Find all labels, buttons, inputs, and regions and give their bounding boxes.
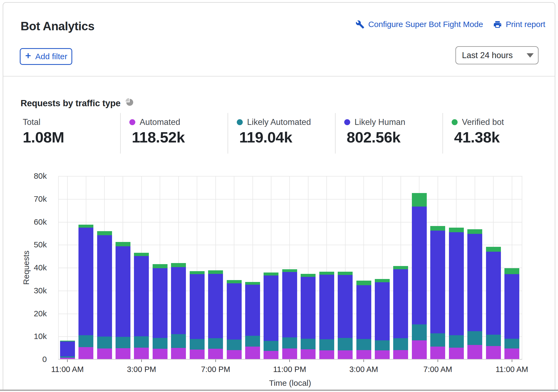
bar-segment-automated[interactable] — [134, 348, 149, 359]
bar-11-00-am[interactable] — [504, 268, 519, 359]
bar-segment-likely-automated[interactable] — [171, 334, 186, 348]
bar-segment-verified-bot[interactable] — [412, 193, 427, 207]
bar-10-00-pm[interactable] — [264, 273, 278, 359]
bar-segment-likely-human[interactable] — [116, 246, 130, 337]
bar-segment-likely-human[interactable] — [430, 231, 445, 333]
bar-7-00-am[interactable] — [430, 226, 445, 359]
bar-segment-likely-automated[interactable] — [190, 339, 205, 350]
bar-segment-likely-automated[interactable] — [153, 338, 168, 349]
bar-segment-likely-automated[interactable] — [208, 338, 223, 349]
bar-11-00-pm[interactable] — [282, 269, 297, 359]
print-report-link[interactable]: Print report — [493, 20, 545, 29]
bar-segment-automated[interactable] — [467, 345, 482, 359]
bar-segment-likely-human[interactable] — [375, 282, 390, 340]
bar-segment-likely-automated[interactable] — [97, 337, 112, 348]
bar-6-00-am[interactable] — [412, 193, 427, 359]
bar-segment-likely-human[interactable] — [171, 267, 186, 334]
bar-5-00-pm[interactable] — [171, 263, 186, 359]
bar-7-00-pm[interactable] — [208, 270, 223, 359]
bar-segment-verified-bot[interactable] — [153, 264, 168, 268]
bar-segment-automated[interactable] — [504, 348, 519, 359]
bar-segment-automated[interactable] — [486, 346, 501, 359]
bar-segment-automated[interactable] — [171, 348, 186, 359]
bar-segment-likely-human[interactable] — [190, 274, 205, 339]
bar-segment-verified-bot[interactable] — [486, 247, 501, 252]
bar-segment-automated[interactable] — [375, 350, 390, 359]
bar-3-00-am[interactable] — [356, 281, 371, 359]
bar-segment-likely-human[interactable] — [412, 207, 427, 324]
bar-segment-likely-automated[interactable] — [449, 335, 464, 348]
bar-segment-verified-bot[interactable] — [430, 226, 445, 231]
bar-segment-likely-automated[interactable] — [319, 339, 334, 351]
bar-6-00-pm[interactable] — [190, 271, 205, 359]
bar-segment-likely-human[interactable] — [282, 272, 297, 337]
bar-segment-automated[interactable] — [245, 347, 260, 359]
bar-segment-likely-human[interactable] — [60, 341, 75, 356]
bar-segment-automated[interactable] — [412, 340, 427, 359]
bar-segment-likely-automated[interactable] — [486, 335, 501, 346]
bar-segment-likely-automated[interactable] — [245, 336, 260, 347]
bar-segment-likely-human[interactable] — [393, 269, 408, 338]
bar-segment-automated[interactable] — [449, 348, 464, 359]
bar-segment-likely-automated[interactable] — [412, 324, 427, 340]
bar-segment-likely-automated[interactable] — [78, 335, 93, 347]
bar-1-00-pm[interactable] — [97, 231, 112, 359]
bar-segment-likely-human[interactable] — [78, 228, 93, 335]
bar-segment-verified-bot[interactable] — [338, 272, 353, 275]
bar-8-00-pm[interactable] — [227, 280, 242, 359]
bar-segment-automated[interactable] — [430, 347, 445, 359]
bar-segment-verified-bot[interactable] — [356, 281, 371, 285]
bar-segment-likely-human[interactable] — [338, 275, 353, 338]
bar-segment-likely-automated[interactable] — [356, 339, 371, 350]
bar-segment-verified-bot[interactable] — [504, 268, 519, 274]
bar-5-00-am[interactable] — [393, 266, 408, 359]
bar-2-00-pm[interactable] — [116, 242, 130, 359]
bar-segment-verified-bot[interactable] — [264, 273, 278, 275]
bar-segment-automated[interactable] — [319, 350, 334, 359]
bar-segment-likely-human[interactable] — [319, 275, 334, 339]
bar-segment-automated[interactable] — [116, 348, 130, 359]
bar-segment-automated[interactable] — [208, 349, 223, 359]
bar-segment-automated[interactable] — [97, 348, 112, 359]
bar-segment-automated[interactable] — [264, 351, 278, 359]
bar-segment-automated[interactable] — [60, 358, 75, 359]
bar-segment-automated[interactable] — [227, 350, 242, 359]
bar-segment-verified-bot[interactable] — [134, 253, 149, 256]
bar-segment-automated[interactable] — [356, 350, 371, 359]
bar-segment-verified-bot[interactable] — [245, 282, 260, 285]
bar-3-00-pm[interactable] — [134, 253, 149, 359]
bar-8-00-am[interactable] — [449, 228, 464, 359]
bar-segment-likely-automated[interactable] — [264, 341, 278, 351]
bar-segment-automated[interactable] — [78, 347, 93, 359]
bar-segment-likely-automated[interactable] — [134, 336, 149, 348]
bar-segment-likely-human[interactable] — [208, 274, 223, 338]
bar-segment-likely-human[interactable] — [301, 277, 316, 339]
bar-2-00-am[interactable] — [338, 272, 353, 359]
bar-segment-likely-human[interactable] — [467, 234, 482, 331]
bar-segment-likely-automated[interactable] — [504, 339, 519, 348]
bar-segment-likely-automated[interactable] — [227, 340, 242, 350]
bar-12-00-am[interactable] — [301, 274, 316, 359]
bar-segment-verified-bot[interactable] — [467, 229, 482, 234]
bar-12-00-pm[interactable] — [78, 225, 93, 359]
bar-segment-likely-automated[interactable] — [116, 337, 130, 348]
bar-segment-likely-automated[interactable] — [375, 340, 390, 350]
bar-segment-automated[interactable] — [338, 350, 353, 359]
bar-11-00-am[interactable] — [60, 341, 75, 359]
bar-segment-verified-bot[interactable] — [301, 274, 316, 277]
bar-4-00-am[interactable] — [375, 279, 390, 359]
bar-segment-verified-bot[interactable] — [449, 228, 464, 232]
bar-segment-likely-human[interactable] — [245, 285, 260, 335]
bar-1-00-am[interactable] — [319, 272, 334, 359]
bar-segment-automated[interactable] — [282, 348, 297, 359]
bar-segment-likely-human[interactable] — [227, 283, 242, 339]
bar-segment-verified-bot[interactable] — [227, 280, 242, 283]
bar-segment-automated[interactable] — [153, 349, 168, 359]
bar-segment-automated[interactable] — [301, 349, 316, 359]
bar-segment-likely-automated[interactable] — [393, 338, 408, 350]
bar-segment-verified-bot[interactable] — [375, 279, 390, 282]
pie-chart-icon[interactable] — [125, 98, 134, 108]
bar-segment-verified-bot[interactable] — [208, 270, 223, 274]
bar-segment-likely-human[interactable] — [504, 274, 519, 339]
bar-4-00-pm[interactable] — [153, 264, 168, 359]
